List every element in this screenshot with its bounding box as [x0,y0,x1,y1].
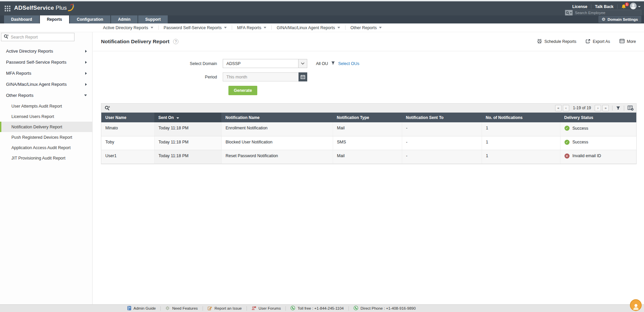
report-an-issue-link[interactable]: Report an Issue [203,306,247,311]
forums-icon [252,306,256,311]
domain-row: Select Domain ADSSP All OU Select OUs [93,59,644,68]
sidebar-item-password-self-service-reports[interactable]: Password Self-Service Reports [0,57,92,68]
pagination: « ‹ 1-19 of 19 › » [555,105,634,111]
sidebar-item-gina-mac-linux-agent-reports[interactable]: GINA/Mac/Linux Agent Reports [0,79,92,90]
divider [612,106,612,111]
more-button[interactable]: More [620,39,636,44]
tab-dashboard[interactable]: Dashboard [4,15,39,23]
nav-gina-mac-linux-agent-reports[interactable]: GINA/Mac/Linux Agent Reports [272,25,345,30]
sidebar-item-other-reports[interactable]: Other Reports [0,90,92,101]
brand-name: ADSelfService [14,5,54,11]
cell-notification-type: SMS [333,136,402,150]
employee-search-input[interactable] [573,10,641,15]
schedule-reports-button[interactable]: Schedule Reports [537,39,576,45]
status-label: Invalid email ID [573,153,601,158]
talk-back-link[interactable]: Talk Back [595,4,613,9]
user-menu[interactable] [630,3,641,10]
need-features-link[interactable]: Need Features [161,306,202,311]
sidebar-item-user-attempts-audit-report[interactable]: User Attempts Audit Report [0,101,92,111]
tab-configuration[interactable]: Configuration [70,15,110,23]
app-grid-icon[interactable] [5,6,10,13]
cell-notification-sent-to: - [402,122,482,136]
cell-delivery-status: Invalid email ID [560,150,636,164]
period-row: Period [93,72,644,81]
domain-select[interactable]: ADSSP [223,59,307,68]
sidebar-item-licensed-users-report[interactable]: Licensed Users Report [0,111,92,122]
col-delivery-status[interactable]: Delivery Status [560,113,636,122]
table-row[interactable]: Minato Today 11:18 PM Enrollment Notific… [101,122,636,136]
select-ous-link[interactable]: Select OUs [338,61,359,66]
col-notification-name[interactable]: Notification Name [221,113,333,122]
employee-search [565,10,641,16]
admin-guide-link[interactable]: Admin Guide [123,306,160,311]
table-row[interactable]: User1 Today 11:18 PM Reset Password Noti… [101,150,636,164]
report-search-input[interactable] [11,35,72,40]
sidebar-item-jit-provisioning-audit-report[interactable]: JIT Provisioning Audit Report [0,153,92,163]
nav-label: Active Directory Reports [103,25,148,30]
status-label: Success [573,140,588,144]
nav-active-directory-reports[interactable]: Active Directory Reports [98,25,158,30]
nav-password-self-service-reports[interactable]: Password Self-Service Reports [159,25,232,30]
license-link[interactable]: License [572,4,587,9]
next-page-button[interactable]: › [595,105,601,111]
toll-free-phone: Toll free : +1-844-245-1104 [286,306,348,311]
col-notification-sent-to[interactable]: Notification Sent To [402,113,482,122]
chevron-right-icon [85,50,87,53]
divider [624,106,624,111]
notification-bell-icon[interactable]: 1 [621,4,626,9]
col-user-name[interactable]: User Name [101,113,154,122]
tab-reports[interactable]: Reports [40,15,69,23]
tab-support[interactable]: Support [138,15,168,23]
col-notification-type[interactable]: Notification Type [333,113,402,122]
cell-notification-sent-to: - [402,136,482,150]
filter-funnel-icon[interactable] [616,106,621,110]
sidebar-item-notification-delivery-report[interactable]: Notification Delivery Report [0,122,92,132]
col-sent-on[interactable]: Sent On [154,113,221,122]
sidebar-item-push-registered-devices-report[interactable]: Push Registered Devices Report [0,132,92,142]
first-page-button[interactable]: « [555,105,561,111]
last-page-button[interactable]: » [602,105,609,111]
calendar-icon[interactable] [299,72,307,81]
sparkle-icon [165,306,170,311]
help-icon[interactable]: ? [173,39,178,44]
search-icon [4,34,9,40]
table-toolbar: « ‹ 1-19 of 19 › » [101,104,636,113]
chevron-down-icon [638,6,641,7]
user-forums-link[interactable]: User Forums [247,306,285,311]
need-features-label: Need Features [172,306,198,310]
previous-page-button[interactable]: ‹ [563,105,569,111]
admin-guide-label: Admin Guide [133,306,156,310]
nav-label: Other Reports [351,25,377,30]
cell-sent-on: Today 11:18 PM [154,122,221,136]
chevron-down-icon[interactable] [298,59,307,68]
nav-other-reports[interactable]: Other Reports [345,25,387,30]
select-domain-label: Select Domain [93,61,223,66]
chevron-down-icon [224,27,227,28]
table-row[interactable]: Toby Today 11:18 PM Blocked User Notific… [101,136,636,150]
brand-swoosh-icon [68,3,74,13]
report-search-box [1,33,74,41]
nav-label: Password Self-Service Reports [164,25,222,30]
generate-button[interactable]: Generate [228,86,257,95]
phone-icon [354,306,358,311]
employee-search-button[interactable] [565,10,573,15]
domain-settings-button[interactable]: ⚙ Domain Settings [598,16,641,23]
sidebar-item-application-access-audit-report[interactable]: Application Access Audit Report [0,142,92,153]
sidebar-item-label: Password Self-Service Reports [6,60,66,65]
tab-admin[interactable]: Admin [111,15,138,23]
support-chat-button[interactable] [630,299,642,311]
nav-mfa-reports[interactable]: MFA Reports [232,25,271,30]
nav-label: GINA/Mac/Linux Agent Reports [277,25,335,30]
period-input[interactable] [223,72,299,81]
sidebar-item-active-directory-reports[interactable]: Active Directory Reports [0,46,92,57]
toll-free-label: Toll free : +1-844-245-1104 [298,306,344,310]
col-no-of-notifications[interactable]: No. of Notifications [482,113,560,122]
table-search-icon[interactable] [105,106,110,111]
export-as-button[interactable]: Export As [586,39,610,45]
table-header-row: User Name Sent On Notification Name Noti… [101,113,636,122]
cell-sent-on: Today 11:18 PM [154,136,221,150]
more-label: More [627,39,636,44]
add-column-icon[interactable] [628,106,634,111]
sidebar-item-mfa-reports[interactable]: MFA Reports [0,68,92,79]
cell-delivery-status: Success [560,136,636,150]
